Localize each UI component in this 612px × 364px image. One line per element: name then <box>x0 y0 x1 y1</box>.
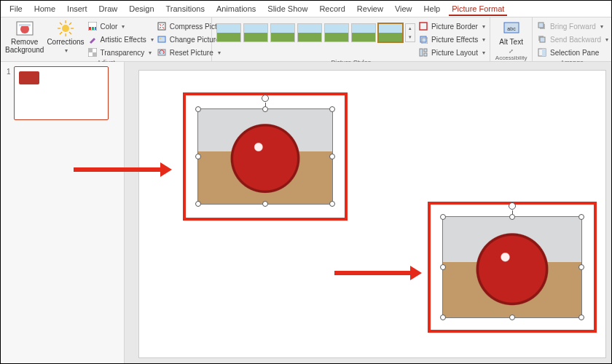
style-thumb[interactable] <box>270 23 295 42</box>
svg-line-8 <box>60 23 62 25</box>
border-icon <box>418 21 428 31</box>
send-backward-icon <box>537 34 547 44</box>
svg-rect-17 <box>88 48 93 52</box>
style-thumb-selected[interactable] <box>378 23 403 42</box>
effects-label: Picture Effects <box>431 36 478 44</box>
tab-slideshow[interactable]: Slide Show <box>262 2 313 15</box>
resize-handle[interactable] <box>329 106 335 112</box>
slide-thumbnail-1[interactable] <box>14 66 109 120</box>
layout-label: Picture Layout <box>431 49 478 57</box>
tab-animations[interactable]: Animations <box>211 2 262 15</box>
resize-handle[interactable] <box>329 154 335 159</box>
resize-handle[interactable] <box>509 214 515 220</box>
selection-pane-icon <box>537 47 547 58</box>
resize-handle[interactable] <box>195 154 201 159</box>
resize-handle[interactable] <box>262 106 268 112</box>
svg-rect-13 <box>89 27 91 30</box>
style-thumb[interactable] <box>243 23 268 42</box>
picture-layout-button[interactable]: Picture Layout <box>418 47 485 58</box>
svg-rect-28 <box>424 53 427 56</box>
svg-line-10 <box>69 23 71 25</box>
alt-text-button[interactable]: abc Alt Text <box>495 19 527 47</box>
svg-rect-2 <box>19 24 31 26</box>
effects-icon <box>418 34 428 44</box>
tab-design[interactable]: Design <box>123 2 160 15</box>
svg-rect-34 <box>540 37 545 42</box>
tab-insert[interactable]: Insert <box>61 2 93 15</box>
rotate-handle[interactable] <box>262 95 269 102</box>
transparency-button[interactable]: Transparency <box>87 47 154 58</box>
group-adjust: Remove Background Corrections Color Arti… <box>1 17 212 61</box>
color-button[interactable]: Color <box>87 20 154 32</box>
svg-rect-18 <box>93 52 97 57</box>
selection-pane-label: Selection Pane <box>550 49 599 57</box>
svg-point-21 <box>160 38 161 39</box>
inserted-picture[interactable] <box>197 108 333 205</box>
svg-line-9 <box>69 32 71 34</box>
tab-help[interactable]: Help <box>418 2 447 15</box>
resize-handle[interactable] <box>578 214 584 220</box>
tab-review[interactable]: Review <box>351 2 389 15</box>
annotation-arrow <box>334 269 422 277</box>
svg-rect-19 <box>158 23 165 30</box>
artistic-effects-button[interactable]: Artistic Effects <box>87 33 154 45</box>
rotate-handle[interactable] <box>509 202 516 210</box>
selection-pane-button[interactable]: Selection Pane <box>537 47 608 58</box>
bring-forward-icon <box>537 21 547 31</box>
send-backward-label: Send Backward <box>550 36 601 44</box>
tab-picture-format[interactable]: Picture Format <box>446 2 510 15</box>
style-thumb[interactable] <box>351 23 376 42</box>
tab-file[interactable]: File <box>4 2 28 15</box>
resize-handle[interactable] <box>440 264 446 270</box>
svg-rect-20 <box>158 36 165 42</box>
svg-rect-24 <box>420 36 426 42</box>
compress-icon <box>157 21 167 31</box>
border-label: Picture Border <box>431 23 478 31</box>
resize-handle[interactable] <box>195 201 201 207</box>
style-thumb[interactable] <box>324 23 349 42</box>
reset-icon <box>157 47 167 58</box>
resize-handle[interactable] <box>329 201 335 207</box>
picture-styles-gallery[interactable]: ▴▾ <box>216 19 415 42</box>
slide-thumbnail-content <box>19 71 39 84</box>
resize-handle[interactable] <box>440 314 446 320</box>
group-accessibility-label: ⤢ Accessibility <box>495 47 527 63</box>
bring-forward-label: Bring Forward <box>550 23 596 31</box>
picture-effects-button[interactable]: Picture Effects <box>418 33 485 45</box>
alt-text-icon: abc <box>502 20 521 36</box>
gallery-more-button[interactable]: ▴▾ <box>405 23 415 42</box>
remove-background-button[interactable]: Remove Background <box>5 19 44 55</box>
tab-home[interactable]: Home <box>28 2 61 15</box>
bring-forward-button[interactable]: Bring Forward <box>537 20 608 32</box>
picture-content <box>443 217 581 317</box>
artistic-label: Artistic Effects <box>101 36 146 44</box>
svg-rect-14 <box>92 27 94 30</box>
resize-handle[interactable] <box>578 264 584 270</box>
tab-transitions[interactable]: Transitions <box>160 2 211 15</box>
style-thumb[interactable] <box>297 23 322 42</box>
style-thumb[interactable] <box>216 23 241 42</box>
svg-line-11 <box>60 32 62 34</box>
picture-border-button[interactable]: Picture Border <box>418 20 485 32</box>
resize-handle[interactable] <box>195 106 201 112</box>
corrections-label: Corrections <box>47 38 84 46</box>
slide-page <box>139 71 605 357</box>
transparency-label: Transparency <box>101 49 145 57</box>
tab-view[interactable]: View <box>389 2 418 15</box>
svg-point-3 <box>62 25 69 32</box>
resize-handle[interactable] <box>578 314 584 320</box>
remove-background-label: Remove Background <box>5 38 44 54</box>
corrections-button[interactable]: Corrections <box>47 19 84 55</box>
tab-draw[interactable]: Draw <box>93 2 124 15</box>
tab-record[interactable]: Record <box>313 2 350 15</box>
send-backward-button[interactable]: Send Backward <box>537 33 608 45</box>
layout-icon <box>418 47 428 58</box>
ribbon: Remove Background Corrections Color Arti… <box>1 17 611 62</box>
inserted-picture[interactable] <box>442 216 582 318</box>
slide-canvas[interactable] <box>125 62 611 363</box>
resize-handle[interactable] <box>440 214 446 220</box>
resize-handle[interactable] <box>262 201 268 207</box>
resize-handle[interactable] <box>509 314 515 320</box>
sun-icon <box>56 20 75 36</box>
annotation-arrow <box>74 165 172 174</box>
